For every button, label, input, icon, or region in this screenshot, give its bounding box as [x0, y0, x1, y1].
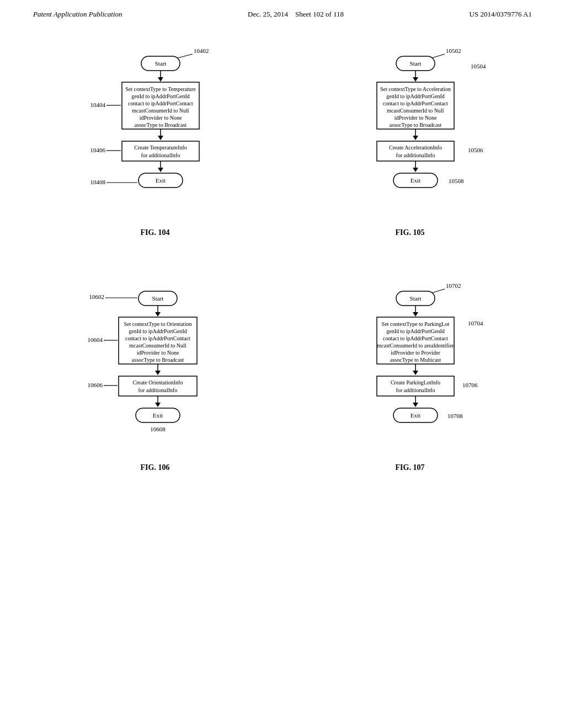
- svg-text:10704: 10704: [468, 320, 483, 326]
- svg-text:for additionalInfo: for additionalInfo: [141, 152, 180, 158]
- svg-text:genId to ipAddrPortGenId: genId to ipAddrPortGenId: [386, 93, 445, 99]
- svg-marker-95: [413, 371, 418, 375]
- svg-text:assocType to Broadcast: assocType to Broadcast: [390, 122, 441, 128]
- figure-104-container: 10402 Start 10404 Set contextType t: [56, 35, 254, 237]
- header-right: US 2014/0379776 A1: [470, 10, 532, 19]
- svg-text:Exit: Exit: [411, 412, 420, 419]
- svg-text:genId to ipAddrPortGenId: genId to ipAddrPortGenId: [386, 328, 445, 334]
- svg-text:for additionalInfo: for additionalInfo: [138, 387, 178, 393]
- figure-107-container: 10702 Start 10704 Set contextType to Par…: [311, 270, 509, 472]
- svg-text:10402: 10402: [194, 47, 209, 54]
- svg-text:assocType to Broadcast: assocType to Broadcast: [135, 122, 186, 128]
- figure-105-container: 10502 10504 Start Set contextType to Acc…: [311, 35, 509, 237]
- svg-text:Start: Start: [410, 60, 422, 67]
- svg-text:genId to ipAddrPortGenId: genId to ipAddrPortGenId: [129, 328, 187, 334]
- svg-text:for additionalInfo: for additionalInfo: [396, 152, 435, 158]
- svg-text:assocType to Multicast: assocType to Multicast: [390, 357, 441, 363]
- svg-text:mcastConsumerId to Null: mcastConsumerId to Null: [132, 108, 189, 114]
- svg-marker-43: [413, 136, 418, 140]
- svg-text:idProvider to None: idProvider to None: [140, 115, 182, 121]
- figures-row-bottom: 10602 Start 10604 Set contextType to Ori…: [33, 270, 532, 472]
- figure-105-diagram: 10502 10504 Start Set contextType to Acc…: [311, 35, 509, 223]
- svg-text:Set contextType to Acceleratio: Set contextType to Acceleration: [380, 86, 451, 92]
- fig104-svg: 10402 Start 10404 Set contextType t: [56, 35, 254, 223]
- figure-106-diagram: 10602 Start 10604 Set contextType to Ori…: [56, 270, 254, 458]
- fig106-label: FIG. 106: [141, 463, 170, 472]
- svg-marker-85: [413, 312, 418, 317]
- svg-text:10604: 10604: [88, 336, 103, 343]
- svg-marker-69: [155, 371, 161, 375]
- svg-text:contact to ipAddrPortContact: contact to ipAddrPortContact: [125, 335, 190, 341]
- svg-text:Set contextType to Temperature: Set contextType to Temperature: [125, 86, 196, 92]
- svg-marker-16: [158, 136, 163, 140]
- svg-marker-23: [158, 168, 163, 172]
- svg-text:Set contextType to Orientation: Set contextType to Orientation: [124, 321, 192, 327]
- svg-marker-5: [158, 77, 163, 82]
- fig104-label: FIG. 104: [141, 228, 170, 237]
- header-center: Dec. 25, 2014 Sheet 102 of 118: [248, 10, 344, 19]
- svg-text:mcastConsumerId to Null: mcastConsumerId to Null: [129, 342, 186, 349]
- figure-104-diagram: 10402 Start 10404 Set contextType t: [56, 35, 254, 223]
- svg-text:Create AccelerationInfo: Create AccelerationInfo: [389, 144, 442, 151]
- svg-text:mcastConsumerId to areaIdentif: mcastConsumerId to areaIdentifier: [377, 342, 454, 349]
- svg-text:idProvider to None: idProvider to None: [395, 115, 437, 121]
- svg-text:10504: 10504: [471, 63, 486, 69]
- svg-text:for additionalInfo: for additionalInfo: [396, 387, 435, 393]
- page-header: Patent Application Publication Dec. 25, …: [0, 0, 565, 24]
- fig106-svg: 10602 Start 10604 Set contextType to Ori…: [56, 270, 254, 458]
- svg-text:Set contextType to ParkingLot: Set contextType to ParkingLot: [382, 321, 450, 327]
- svg-text:mcastConsumerId to Null: mcastConsumerId to Null: [387, 108, 444, 114]
- svg-text:Start: Start: [155, 60, 167, 67]
- figure-106-container: 10602 Start 10604 Set contextType to Ori…: [56, 270, 254, 472]
- fig107-label: FIG. 107: [396, 463, 425, 472]
- svg-text:genId to ipAddrPortGenId: genId to ipAddrPortGenId: [131, 93, 190, 99]
- svg-text:Exit: Exit: [153, 412, 163, 419]
- fig105-svg: 10502 10504 Start Set contextType to Acc…: [311, 35, 509, 223]
- svg-text:idProvider to None: idProvider to None: [137, 350, 179, 356]
- svg-text:10508: 10508: [449, 178, 464, 184]
- svg-text:10404: 10404: [90, 101, 106, 108]
- svg-text:10706: 10706: [462, 382, 478, 388]
- figure-107-diagram: 10702 Start 10704 Set contextType to Par…: [311, 270, 509, 458]
- svg-text:Create OrientationInfo: Create OrientationInfo: [133, 379, 183, 386]
- figures-row-top: 10402 Start 10404 Set contextType t: [33, 35, 532, 237]
- svg-marker-101: [413, 403, 418, 407]
- main-content: 10402 Start 10404 Set contextType t: [0, 24, 565, 483]
- svg-text:Start: Start: [410, 295, 422, 302]
- svg-text:Start: Start: [152, 295, 164, 302]
- svg-text:10708: 10708: [447, 413, 463, 419]
- svg-marker-49: [413, 168, 418, 172]
- svg-text:Create ParkingLotInfo: Create ParkingLotInfo: [391, 379, 440, 386]
- svg-marker-34: [413, 77, 418, 82]
- fig107-svg: 10702 Start 10704 Set contextType to Par…: [311, 270, 509, 458]
- svg-text:10608: 10608: [150, 426, 166, 432]
- svg-text:10502: 10502: [446, 47, 461, 54]
- svg-text:Exit: Exit: [411, 177, 420, 184]
- svg-text:10408: 10408: [90, 179, 106, 185]
- svg-text:assocType to Broadcast: assocType to Broadcast: [132, 357, 184, 363]
- svg-text:10606: 10606: [88, 382, 103, 388]
- svg-text:Create TemperatureInfo: Create TemperatureInfo: [134, 144, 186, 151]
- svg-text:contact to ipAddrPortContact: contact to ipAddrPortContact: [128, 100, 193, 106]
- svg-text:idProvider to Provider: idProvider to Provider: [391, 350, 440, 356]
- svg-text:Exit: Exit: [156, 177, 166, 184]
- svg-text:10506: 10506: [468, 147, 483, 153]
- svg-text:contact to ipAddrPortContact: contact to ipAddrPortContact: [383, 335, 448, 341]
- svg-text:10406: 10406: [90, 147, 106, 153]
- svg-marker-58: [155, 312, 161, 317]
- svg-text:contact to ipAddrPortContact: contact to ipAddrPortContact: [383, 100, 448, 106]
- header-left: Patent Application Publication: [33, 10, 122, 19]
- svg-marker-76: [155, 403, 161, 407]
- svg-text:10602: 10602: [89, 293, 105, 300]
- svg-text:10702: 10702: [446, 282, 461, 289]
- fig105-label: FIG. 105: [396, 228, 425, 237]
